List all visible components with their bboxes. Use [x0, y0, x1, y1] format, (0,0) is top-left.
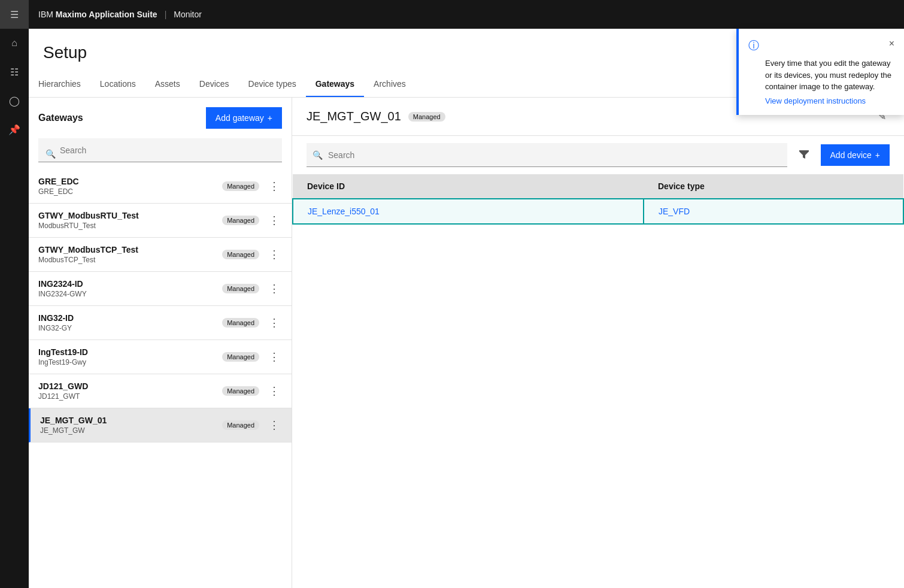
filter-icon — [799, 149, 809, 159]
tag-icon[interactable]: 📌 — [0, 115, 29, 144]
tab-locations[interactable]: Locations — [90, 72, 145, 97]
tab-hierarchies[interactable]: Hierarchies — [29, 72, 90, 97]
left-search-icon: 🔍 — [45, 149, 56, 159]
add-device-plus-icon: + — [875, 150, 880, 160]
overflow-menu-button[interactable]: ⋮ — [266, 417, 282, 433]
gateway-item-ing2324[interactable]: ING2324-ID ING2324-GWY Managed ⋮ — [29, 272, 292, 306]
device-table: Device ID Device type JE_Lenze_i550_01 J… — [292, 174, 904, 225]
gateway-item-je-mgt-gw-01[interactable]: JE_MGT_GW_01 JE_MGT_GW Managed ⋮ — [29, 408, 292, 442]
add-gateway-label: Add gateway — [216, 113, 264, 123]
brand-label: IBM Maximo Application Suite — [38, 10, 157, 19]
overflow-menu-button[interactable]: ⋮ — [266, 281, 282, 296]
status-badge: Managed — [222, 216, 259, 225]
device-search-wrapper: 🔍 — [307, 143, 787, 167]
gateway-item-jd121[interactable]: JD121_GWD JD121_GWT Managed ⋮ — [29, 374, 292, 408]
tab-archives[interactable]: Archives — [364, 72, 415, 97]
table-row[interactable]: JE_Lenze_i550_01 JE_VFD — [293, 199, 903, 224]
device-table-toolbar: 🔍 Add device + — [292, 136, 904, 174]
tab-device-types[interactable]: Device types — [239, 72, 306, 97]
filter-button[interactable] — [794, 144, 814, 166]
sidebar: ☰ ⌂ ☷ ◯ 📌 — [0, 0, 29, 588]
left-panel-title: Gateways — [38, 113, 83, 123]
gateway-item-ingtest19[interactable]: IngTest19-ID IngTest19-Gwy Managed ⋮ — [29, 340, 292, 374]
notification-close-button[interactable]: × — [889, 38, 894, 49]
device-search-input[interactable] — [307, 143, 787, 167]
left-search-container: 🔍 — [29, 138, 292, 169]
device-table-container: Device ID Device type JE_Lenze_i550_01 J… — [292, 174, 904, 225]
topbar: IBM Maximo Application Suite | Monitor — [29, 0, 904, 29]
col-device-type: Device type — [644, 174, 903, 199]
left-panel-header: Gateways Add gateway + — [29, 98, 292, 138]
module-label: Monitor — [174, 10, 202, 19]
table-header-row: Device ID Device type — [293, 174, 903, 199]
col-device-id: Device ID — [293, 174, 644, 199]
circle-icon[interactable]: ◯ — [0, 86, 29, 115]
status-badge: Managed — [222, 181, 259, 191]
overflow-menu-button[interactable]: ⋮ — [266, 349, 282, 365]
add-gateway-plus-icon: + — [268, 113, 272, 123]
add-device-label: Add device — [830, 150, 872, 160]
grid-icon[interactable]: ☷ — [0, 57, 29, 86]
add-gateway-button[interactable]: Add gateway + — [206, 107, 282, 129]
overflow-menu-button[interactable]: ⋮ — [266, 247, 282, 262]
notification-text: Every time that you edit the gateway or … — [765, 57, 894, 93]
device-search-icon: 🔍 — [313, 150, 323, 160]
brand-full: Maximo Application Suite — [56, 10, 157, 19]
tab-devices[interactable]: Devices — [190, 72, 239, 97]
status-badge: Managed — [222, 352, 259, 362]
overflow-menu-button[interactable]: ⋮ — [266, 383, 282, 399]
gateway-item-gtwy-modbustcp[interactable]: GTWY_ModbusTCP_Test ModbusTCP_Test Manag… — [29, 238, 292, 272]
add-device-button[interactable]: Add device + — [821, 144, 890, 166]
status-badge: Managed — [222, 284, 259, 293]
menu-icon[interactable]: ☰ — [0, 0, 29, 29]
overflow-menu-button[interactable]: ⋮ — [266, 178, 282, 194]
home-icon[interactable]: ⌂ — [0, 29, 29, 57]
body-split: Gateways Add gateway + 🔍 GRE_EDC GRE_EDC — [29, 98, 904, 588]
right-panel-title: JE_MGT_GW_01 — [307, 110, 401, 123]
tab-assets[interactable]: Assets — [145, 72, 190, 97]
device-type-cell: JE_VFD — [644, 199, 903, 224]
view-deployment-link[interactable]: View deployment instructions — [765, 96, 894, 105]
notification-popup: ⓘ × Every time that you edit the gateway… — [736, 29, 904, 115]
status-badge: Managed — [222, 420, 259, 430]
left-search-input[interactable] — [38, 138, 282, 162]
overflow-menu-button[interactable]: ⋮ — [266, 213, 282, 228]
status-badge: Managed — [222, 250, 259, 259]
topbar-divider: | — [165, 10, 167, 19]
overflow-menu-button[interactable]: ⋮ — [266, 315, 282, 331]
gateway-item-gtwy-modbusrtu[interactable]: GTWY_ModbusRTU_Test ModbusRTU_Test Manag… — [29, 204, 292, 238]
tab-gateways[interactable]: Gateways — [306, 72, 364, 97]
right-panel: JE_MGT_GW_01 Managed ✎ 🔍 — [292, 98, 904, 588]
gateway-item-gre-edc[interactable]: GRE_EDC GRE_EDC Managed ⋮ — [29, 169, 292, 204]
device-id-cell: JE_Lenze_i550_01 — [293, 199, 644, 224]
gateway-status-badge: Managed — [408, 112, 445, 122]
status-badge: Managed — [222, 386, 259, 396]
gateway-item-ing32[interactable]: ING32-ID ING32-GY Managed ⋮ — [29, 306, 292, 340]
status-badge: Managed — [222, 318, 259, 328]
info-icon: ⓘ — [748, 38, 759, 53]
left-panel: Gateways Add gateway + 🔍 GRE_EDC GRE_EDC — [29, 98, 292, 588]
notification-header: ⓘ × — [748, 38, 894, 53]
gateway-list: GRE_EDC GRE_EDC Managed ⋮ GTWY_ModbusRTU… — [29, 169, 292, 588]
